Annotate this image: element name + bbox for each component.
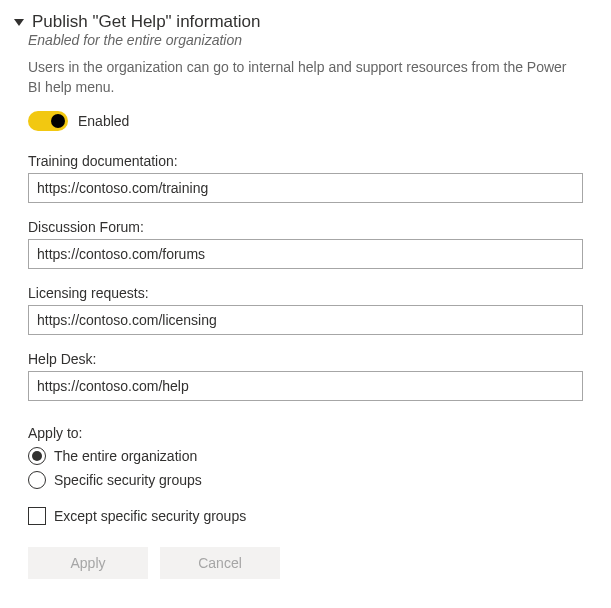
radio-icon-selected [28, 447, 46, 465]
section-description: Users in the organization can go to inte… [28, 58, 583, 97]
apply-to-label: Apply to: [28, 425, 583, 441]
checkbox-except-label: Except specific security groups [54, 508, 246, 524]
collapse-caret-icon[interactable] [14, 19, 24, 26]
section-subtitle: Enabled for the entire organization [28, 32, 583, 48]
apply-button[interactable]: Apply [28, 547, 148, 579]
section-title: Publish "Get Help" information [32, 12, 260, 32]
radio-specific-groups[interactable]: Specific security groups [28, 471, 583, 489]
cancel-button[interactable]: Cancel [160, 547, 280, 579]
radio-entire-label: The entire organization [54, 448, 197, 464]
enabled-toggle[interactable] [28, 111, 68, 131]
radio-icon-unselected [28, 471, 46, 489]
checkbox-except-groups[interactable]: Except specific security groups [28, 507, 583, 525]
licensing-label: Licensing requests: [28, 285, 583, 301]
forum-label: Discussion Forum: [28, 219, 583, 235]
training-label: Training documentation: [28, 153, 583, 169]
enabled-toggle-label: Enabled [78, 113, 129, 129]
forum-input[interactable] [28, 239, 583, 269]
helpdesk-label: Help Desk: [28, 351, 583, 367]
radio-entire-organization[interactable]: The entire organization [28, 447, 583, 465]
licensing-input[interactable] [28, 305, 583, 335]
helpdesk-input[interactable] [28, 371, 583, 401]
training-input[interactable] [28, 173, 583, 203]
toggle-thumb-icon [51, 114, 65, 128]
checkbox-icon [28, 507, 46, 525]
radio-specific-label: Specific security groups [54, 472, 202, 488]
